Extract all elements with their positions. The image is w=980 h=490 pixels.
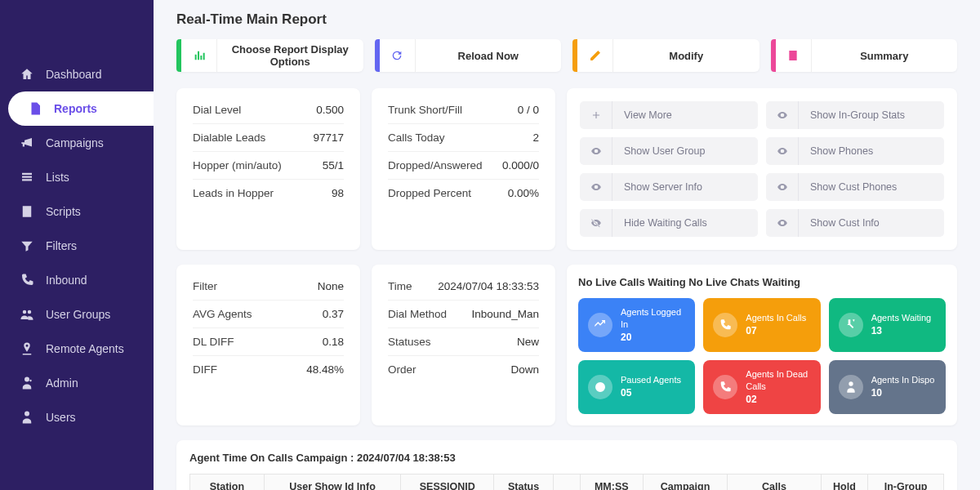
metric-card[interactable]: Agents In Dispo10 [829,360,946,414]
metric-card[interactable]: Agents Waiting13 [829,298,946,352]
sidebar-item-user-groups[interactable]: User Groups [0,297,154,332]
live-status-title: No Live Calls Waiting No Live Chats Wait… [578,276,946,288]
sidebar-item-label: Remote Agents [46,342,124,355]
sidebar-item-lists[interactable]: Lists [0,160,154,194]
document-icon [28,101,42,116]
stat-value: Down [510,363,539,376]
main-content: Real-Time Main Report Choose Report Disp… [154,0,980,490]
sidebar-item-admin[interactable]: Admin [0,366,154,400]
metric-number: 20 [621,331,685,344]
stat-key: Dial Level [193,104,241,116]
sidebar-item-remote-agents[interactable]: Remote Agents [0,332,154,366]
choose-report-button[interactable]: Choose Report Display Options [176,39,363,72]
summary-icon [776,39,812,72]
stat-line: Leads in Hopper98 [193,179,344,207]
stats-card-time: Time2024/07/04 18:33:53Dial MethodInboun… [372,265,555,425]
stat-line: Time2024/07/04 18:33:53 [388,273,539,300]
sidebar-item-label: Dashboard [46,68,102,81]
eye-icon [580,173,612,201]
metric-text: Paused Agents05 [621,374,681,399]
metric-grid: Agents Logged In20Agents In Calls07Agent… [578,298,946,414]
metric-number: 02 [746,393,810,406]
show-button[interactable]: Show Cust Info [766,209,944,237]
stat-key: Dialable Leads [193,131,265,144]
filter-icon [20,238,34,253]
stat-value: 55/1 [323,159,344,172]
metric-icon [839,313,863,337]
list-icon [20,170,34,185]
stat-key: Trunk Short/Fill [388,104,462,116]
stat-line: DIFF48.48% [193,355,344,383]
sidebar-item-scripts[interactable]: Scripts [0,194,154,229]
stat-value: 98 [332,187,344,199]
metric-card[interactable]: Agents Logged In20 [578,298,695,352]
show-button[interactable]: Show Cust Phones [766,173,944,201]
eye-off-icon [580,209,612,237]
chart-icon [181,39,217,72]
sidebar-item-campaigns[interactable]: Campaigns [0,126,154,160]
stat-value: 0.500 [316,104,344,116]
reload-button[interactable]: Reload Now [375,39,562,72]
show-button[interactable]: Show Server Info [580,173,758,201]
sidebar-item-users[interactable]: Users [0,400,154,434]
metric-icon [588,375,612,399]
sidebar-item-reports[interactable]: Reports [8,91,154,126]
eye-icon [766,137,799,165]
stat-line: Dial Level0.500 [193,96,344,123]
stat-value: 0.000/0 [502,159,539,172]
stats-row-2: FilterNoneAVG Agents0.37DL DIFF0.18DIFF4… [176,265,957,425]
stat-line: Trunk Short/Fill0 / 0 [388,96,539,123]
metric-text: Agents Waiting13 [871,312,932,337]
table-header: SESSIONID [401,474,494,490]
show-button[interactable]: Show Phones [766,137,944,165]
show-button[interactable]: View More [580,101,758,129]
metric-label: Agents Waiting [871,312,932,324]
stat-key: Dropped/Answered [388,159,483,172]
users-icon [20,307,34,322]
stats-row-1: Dial Level0.500Dialable Leads97717Hopper… [176,88,957,250]
show-button[interactable]: Show In-Group Stats [766,101,944,129]
action-row: Choose Report Display Options Reload Now… [176,39,957,72]
stat-key: Order [388,363,416,376]
show-button-label: View More [612,109,672,121]
metric-text: Agents In Dead Calls02 [746,368,810,406]
modify-button[interactable]: Modify [572,39,760,72]
show-button-label: Show Phones [799,145,873,157]
show-button[interactable]: Show User Group [580,137,758,165]
sidebar: Dashboard Reports Campaigns Lists Script… [0,0,154,490]
stats-card-trunk: Trunk Short/Fill0 / 0Calls Today2Dropped… [372,88,555,250]
metric-card[interactable]: Paused Agents05 [578,360,695,414]
metric-label: Agents In Dead Calls [746,368,810,393]
show-buttons-grid: View MoreShow In-Group StatsShow User Gr… [567,88,957,250]
sidebar-item-label: Reports [54,102,97,115]
metric-card[interactable]: Agents In Dead Calls02 [703,360,820,414]
stats-card-filter: FilterNoneAVG Agents0.37DL DIFF0.18DIFF4… [176,265,360,425]
stat-value: 48.48% [306,363,344,376]
plus-icon [580,101,612,129]
stat-value: 2 [532,131,539,144]
show-button-label: Show Cust Info [799,217,880,229]
sidebar-item-label: Campaigns [46,136,104,149]
stat-key: Time [388,280,412,292]
stat-value: 0.37 [323,308,344,320]
show-button-label: Show Server Info [612,181,702,193]
summary-button[interactable]: Summary [771,39,958,72]
stat-value: 0.18 [323,336,344,348]
table-header: Campaign [643,474,728,490]
sidebar-item-filters[interactable]: Filters [0,229,154,263]
stat-key: DIFF [193,363,217,376]
metric-card[interactable]: Agents In Calls07 [703,298,820,352]
stat-line: StatusesNew [388,327,539,355]
stat-line: OrderDown [388,355,539,383]
sidebar-item-inbound[interactable]: Inbound [0,263,154,297]
show-button[interactable]: Hide Waiting Calls [580,209,758,237]
stat-line: Hopper (min/auto)55/1 [193,151,344,179]
show-button-label: Show In-Group Stats [799,109,905,121]
show-button-label: Hide Waiting Calls [612,217,707,229]
sidebar-item-label: Users [46,411,76,424]
page-title: Real-Time Main Report [176,11,957,28]
stat-key: AVG Agents [193,308,252,320]
table-header: MM:SS [580,474,643,490]
sidebar-item-dashboard[interactable]: Dashboard [0,57,154,91]
stat-key: Dial Method [388,308,447,320]
